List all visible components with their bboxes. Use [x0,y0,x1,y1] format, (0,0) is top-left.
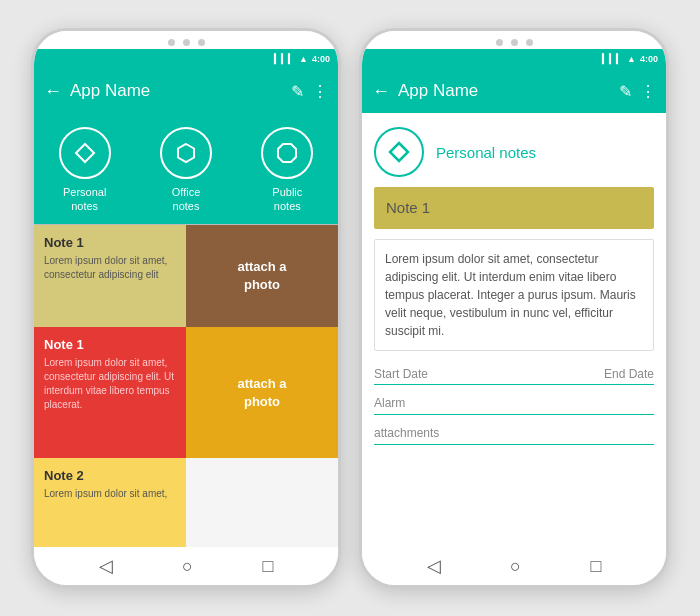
right-phone-screen: ▎▎▎ ▲ 4:00 ← App Name ✎ ⋮ [362,49,666,547]
signal-icon: ▎▎▎ [274,54,295,64]
alarm-label: Alarm [374,396,405,410]
office-label: Officenotes [172,185,201,214]
category-public[interactable]: Publicnotes [261,127,313,214]
status-bar-left: ▎▎▎ ▲ 4:00 [34,49,338,69]
category-office[interactable]: Officenotes [160,127,212,214]
battery-time: 4:00 [312,54,330,64]
personal-icon-circle [59,127,111,179]
attach-photo-2-label: attach aphoto [237,375,286,411]
note2-yellow-title: Note 2 [44,468,176,483]
detail-section-title: Personal notes [436,144,536,161]
back-button-right[interactable]: ← [372,81,390,102]
more-icon-left[interactable]: ⋮ [312,82,328,101]
battery-time-right: 4:00 [640,54,658,64]
left-phone-screen: ▎▎▎ ▲ 4:00 ← App Name ✎ ⋮ [34,49,338,547]
note1-red-body: Lorem ipsum dolor sit amet, consectetur … [44,356,176,412]
more-icon-right[interactable]: ⋮ [640,82,656,101]
recent-nav-icon-right[interactable]: □ [590,556,601,577]
phone-top-notch-right [362,31,666,49]
end-date-label: End Date [604,367,654,381]
status-bar-right: ▎▎▎ ▲ 4:00 [362,49,666,69]
personal-label: Personalnotes [63,185,106,214]
detail-diamond-svg [387,140,411,164]
right-app-title: App Name [398,81,611,101]
public-octagon-icon [276,142,298,164]
svg-marker-3 [390,143,408,161]
svg-marker-2 [278,144,296,162]
detail-note-body: Lorem ipsum dolor sit amet, consectetur … [374,239,654,351]
public-label: Publicnotes [272,185,302,214]
category-personal[interactable]: Personalnotes [59,127,111,214]
detail-top-section: Personal notes [362,113,666,187]
note-2-yellow[interactable]: Note 2 Lorem ipsum dolor sit amet, [34,458,186,547]
back-nav-icon-right[interactable]: ◁ [427,555,441,577]
detail-screen: Personal notes Note 1 Lorem ipsum dolor … [362,113,666,547]
left-bottom-nav: ◁ ○ □ [34,547,338,585]
svg-marker-1 [178,144,194,162]
detail-note-title-bar[interactable]: Note 1 [374,187,654,229]
note-1-red[interactable]: Note 1 Lorem ipsum dolor sit amet, conse… [34,327,186,458]
notes-grid: Note 1 Lorem ipsum dolor sit amet, conse… [34,225,338,547]
left-app-title: App Name [70,81,283,101]
right-app-bar: ← App Name ✎ ⋮ [362,69,666,113]
public-icon-circle [261,127,313,179]
right-app-icons: ✎ ⋮ [619,82,656,101]
svg-marker-0 [76,144,94,162]
start-date-label: Start Date [374,367,428,381]
left-app-bar: ← App Name ✎ ⋮ [34,69,338,113]
signal-icon-right: ▎▎▎ [602,54,623,64]
date-field[interactable]: Start Date End Date [374,367,654,385]
categories-bar: Personalnotes Officenotes [34,113,338,224]
alarm-field[interactable]: Alarm [374,393,654,415]
attachments-field[interactable]: attachments [374,423,654,445]
edit-icon-right[interactable]: ✎ [619,82,632,101]
detail-note-title: Note 1 [386,199,430,216]
phone-top-notch [34,31,338,49]
attach-photo-2[interactable]: attach aphoto [186,327,338,458]
note-1-yellow[interactable]: Note 1 Lorem ipsum dolor sit amet, conse… [34,225,186,328]
recent-nav-icon-left[interactable]: □ [262,556,273,577]
note1-yellow-title: Note 1 [44,235,176,250]
attachments-label: attachments [374,426,439,440]
attach-photo-1-label: attach aphoto [237,258,286,294]
back-nav-icon-left[interactable]: ◁ [99,555,113,577]
left-app-icons: ✎ ⋮ [291,82,328,101]
detail-category-icon [374,127,424,177]
home-nav-icon-right[interactable]: ○ [510,556,521,577]
back-button-left[interactable]: ← [44,81,62,102]
right-bottom-nav: ◁ ○ □ [362,547,666,585]
note1-red-title: Note 1 [44,337,176,352]
note2-yellow-body: Lorem ipsum dolor sit amet, [44,487,176,501]
office-icon-circle [160,127,212,179]
note1-yellow-body: Lorem ipsum dolor sit amet, consectetur … [44,254,176,282]
edit-icon-left[interactable]: ✎ [291,82,304,101]
office-hexagon-icon [175,142,197,164]
personal-diamond-icon [74,142,96,164]
wifi-icon-right: ▲ [627,54,636,64]
left-phone: ▎▎▎ ▲ 4:00 ← App Name ✎ ⋮ [31,28,341,588]
right-phone: ▎▎▎ ▲ 4:00 ← App Name ✎ ⋮ [359,28,669,588]
attach-photo-1[interactable]: attach aphoto [186,225,338,328]
home-nav-icon-left[interactable]: ○ [182,556,193,577]
wifi-icon: ▲ [299,54,308,64]
